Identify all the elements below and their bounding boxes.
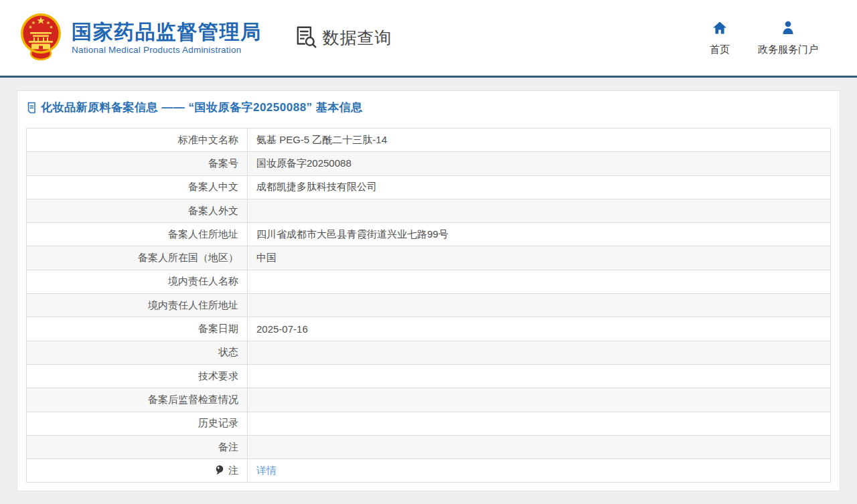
table-row: 状态	[27, 341, 831, 364]
document-icon	[26, 102, 37, 114]
row-label: 境内责任人名称	[168, 275, 238, 286]
table-row: 备注	[27, 435, 831, 458]
row-label: 备案人外文	[188, 205, 238, 216]
org-name-en: National Medical Products Administration	[72, 45, 262, 55]
header-nav: 首页 政务服务门户	[710, 20, 818, 56]
row-label-cell: 备案后监督检查情况	[27, 388, 248, 412]
nav-item-gov-portal[interactable]: 政务服务门户	[758, 20, 818, 56]
table-row: 标准中文名称 氨基 PEG-5 乙酰二十三肽-14	[27, 129, 831, 152]
row-value-cell	[248, 294, 831, 317]
row-label-cell: 历史记录	[27, 412, 248, 435]
row-value: 中国	[256, 252, 277, 263]
row-label: 备案日期	[198, 323, 238, 334]
row-value-cell: 中国	[248, 246, 831, 270]
row-value-cell: 氨基 PEG-5 乙酰二十三肽-14	[248, 129, 831, 152]
table-row: 备案号 国妆原备字20250088	[27, 152, 831, 175]
table-row: 备案后监督检查情况	[27, 388, 831, 412]
row-label-cell: 备案人所在国（地区）	[27, 246, 248, 270]
table-row: 备案人中文 成都凯捷多肽科技有限公司	[27, 175, 831, 199]
data-query-title: 数据查询	[323, 27, 392, 49]
row-label: 备注	[218, 441, 238, 452]
row-value-cell	[248, 199, 831, 222]
table-row: 备案日期 2025-07-16	[27, 317, 831, 341]
row-label-cell: 备案人中文	[27, 175, 248, 199]
user-icon	[779, 20, 797, 39]
table-row: 备案人住所地址 四川省成都市大邑县青霞街道兴业七路99号	[27, 223, 831, 246]
org-name-zh: 国家药品监督管理局	[72, 21, 262, 43]
row-value: 成都凯捷多肽科技有限公司	[256, 181, 377, 192]
row-label: 备案人中文	[188, 181, 238, 192]
table-row: 备案人所在国（地区） 中国	[27, 246, 831, 270]
row-label: 技术要求	[198, 370, 238, 382]
row-value-cell: 2025-07-16	[248, 317, 831, 341]
row-label-cell: 备注	[27, 435, 248, 458]
row-value-cell	[248, 270, 831, 293]
row-value-cell: 详情	[248, 459, 831, 483]
table-row: 备案人外文	[27, 199, 831, 222]
table-row: 境内责任人名称	[27, 270, 831, 293]
page-title: 化妆品新原料备案信息 —— “国妆原备字20250088” 基本信息	[26, 100, 831, 115]
home-icon	[711, 20, 728, 39]
row-value-cell	[248, 341, 831, 364]
row-label-cell: 标准中文名称	[27, 129, 248, 152]
table-row: 境内责任人住所地址	[27, 294, 831, 317]
row-label-cell: 境内责任人名称	[27, 270, 248, 293]
row-value-cell: 成都凯捷多肽科技有限公司	[248, 175, 831, 199]
row-value: 氨基 PEG-5 乙酰二十三肽-14	[256, 134, 387, 145]
national-emblem-icon	[20, 13, 62, 64]
row-value-cell	[248, 435, 831, 458]
nmpa-logo[interactable]	[20, 13, 63, 63]
row-label: 备案人住所地址	[168, 228, 238, 240]
table-row: 技术要求	[27, 364, 831, 388]
table-row: 注 详情	[27, 459, 831, 483]
row-label: 状态	[218, 346, 238, 357]
filing-table-body: 标准中文名称 氨基 PEG-5 乙酰二十三肽-14 备案号 国妆原备字20250…	[27, 129, 831, 483]
row-label-cell: 注	[27, 459, 248, 483]
row-label-cell: 技术要求	[27, 364, 248, 388]
row-value: 四川省成都市大邑县青霞街道兴业七路99号	[256, 228, 449, 240]
row-value-cell	[248, 364, 831, 388]
row-label-cell: 备案日期	[27, 317, 248, 341]
document-search-icon	[294, 25, 318, 52]
row-value-cell	[248, 412, 831, 435]
row-label-cell: 备案号	[27, 152, 248, 175]
nav-item-home[interactable]: 首页	[710, 20, 730, 56]
table-row: 历史记录	[27, 412, 831, 435]
row-value: 2025-07-16	[256, 323, 308, 335]
details-link[interactable]: 详情	[256, 465, 277, 476]
row-value-cell: 四川省成都市大邑县青霞街道兴业七路99号	[248, 223, 831, 246]
row-label: 备案号	[208, 157, 238, 169]
page-body: 化妆品新原料备案信息 —— “国妆原备字20250088” 基本信息 标准中文名…	[0, 78, 857, 491]
note-pin-icon	[216, 465, 224, 475]
row-label: 境内责任人住所地址	[148, 299, 238, 311]
data-query-header[interactable]: 数据查询	[294, 25, 392, 52]
row-value: 国妆原备字20250088	[256, 157, 352, 169]
row-label: 备案人所在国（地区）	[138, 252, 238, 263]
row-label: 历史记录	[198, 417, 238, 428]
row-label-cell: 状态	[27, 341, 248, 364]
row-label-cell: 备案人外文	[27, 199, 248, 222]
org-title-block: 国家药品监督管理局 National Medical Products Admi…	[72, 21, 262, 55]
nav-item-label: 首页	[710, 44, 730, 56]
page-title-text: 化妆品新原料备案信息 —— “国妆原备字20250088” 基本信息	[41, 100, 363, 115]
filing-info-card: 化妆品新原料备案信息 —— “国妆原备字20250088” 基本信息 标准中文名…	[17, 90, 840, 491]
row-value-cell: 国妆原备字20250088	[248, 152, 831, 175]
nav-item-label: 政务服务门户	[758, 44, 818, 56]
row-label-cell: 境内责任人住所地址	[27, 294, 248, 317]
filing-info-table: 标准中文名称 氨基 PEG-5 乙酰二十三肽-14 备案号 国妆原备字20250…	[26, 128, 831, 483]
row-value-cell	[248, 388, 831, 412]
row-label: 注	[228, 465, 238, 476]
row-label-cell: 备案人住所地址	[27, 223, 248, 246]
row-label: 标准中文名称	[178, 134, 238, 145]
site-header: 国家药品监督管理局 National Medical Products Admi…	[0, 0, 857, 76]
row-label: 备案后监督检查情况	[148, 394, 238, 405]
